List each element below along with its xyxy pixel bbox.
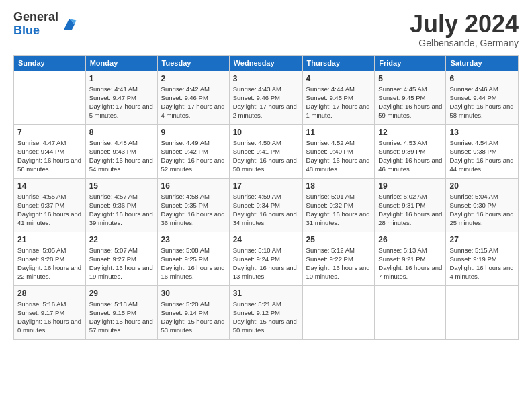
- day-number: 17: [233, 181, 299, 191]
- calendar-cell: [14, 71, 86, 124]
- day-info: Sunrise: 4:55 AM Sunset: 9:37 PM Dayligh…: [17, 192, 82, 228]
- day-number: 4: [306, 74, 371, 83]
- day-number: 27: [449, 235, 515, 244]
- day-info: Sunrise: 4:52 AM Sunset: 9:40 PM Dayligh…: [306, 138, 371, 174]
- day-info: Sunrise: 4:46 AM Sunset: 9:44 PM Dayligh…: [449, 85, 515, 120]
- day-info: Sunrise: 4:50 AM Sunset: 9:41 PM Dayligh…: [233, 138, 299, 174]
- calendar-cell: [302, 285, 375, 339]
- calendar-cell: 24Sunrise: 5:10 AM Sunset: 9:24 PM Dayli…: [229, 232, 302, 285]
- calendar-cell: 9Sunrise: 4:49 AM Sunset: 9:42 PM Daylig…: [157, 124, 229, 178]
- calendar-cell: 17Sunrise: 4:59 AM Sunset: 9:34 PM Dayli…: [229, 178, 302, 232]
- calendar-cell: [446, 285, 519, 339]
- day-number: 6: [449, 74, 515, 83]
- header-tuesday: Tuesday: [157, 55, 229, 71]
- calendar-table: Sunday Monday Tuesday Wednesday Thursday…: [13, 55, 519, 340]
- day-number: 7: [17, 128, 82, 137]
- calendar-cell: 30Sunrise: 5:20 AM Sunset: 9:14 PM Dayli…: [157, 285, 229, 339]
- day-number: 26: [378, 235, 442, 244]
- day-number: 10: [233, 128, 299, 137]
- logo-general: General: [13, 11, 58, 24]
- calendar-cell: 25Sunrise: 5:12 AM Sunset: 9:22 PM Dayli…: [302, 232, 375, 285]
- day-number: 31: [233, 289, 299, 298]
- day-number: 21: [17, 235, 82, 244]
- day-info: Sunrise: 4:41 AM Sunset: 9:47 PM Dayligh…: [89, 85, 154, 120]
- week-row-1: 7Sunrise: 4:47 AM Sunset: 9:44 PM Daylig…: [14, 124, 519, 178]
- day-info: Sunrise: 5:02 AM Sunset: 9:31 PM Dayligh…: [378, 192, 442, 228]
- calendar-cell: 11Sunrise: 4:52 AM Sunset: 9:40 PM Dayli…: [302, 124, 375, 178]
- day-number: 28: [17, 289, 82, 298]
- header-sunday: Sunday: [14, 55, 86, 71]
- calendar-cell: 3Sunrise: 4:43 AM Sunset: 9:46 PM Daylig…: [229, 71, 302, 124]
- calendar-cell: 27Sunrise: 5:15 AM Sunset: 9:19 PM Dayli…: [446, 232, 519, 285]
- calendar-header: Sunday Monday Tuesday Wednesday Thursday…: [14, 55, 519, 71]
- calendar-cell: 7Sunrise: 4:47 AM Sunset: 9:44 PM Daylig…: [14, 124, 86, 178]
- day-info: Sunrise: 5:18 AM Sunset: 9:15 PM Dayligh…: [89, 300, 154, 335]
- calendar-cell: 4Sunrise: 4:44 AM Sunset: 9:45 PM Daylig…: [302, 71, 375, 124]
- day-info: Sunrise: 4:47 AM Sunset: 9:44 PM Dayligh…: [17, 138, 82, 174]
- calendar-cell: 15Sunrise: 4:57 AM Sunset: 9:36 PM Dayli…: [85, 178, 157, 232]
- day-number: 16: [161, 181, 226, 191]
- day-info: Sunrise: 4:57 AM Sunset: 9:36 PM Dayligh…: [89, 192, 154, 228]
- day-number: 29: [89, 289, 154, 298]
- day-info: Sunrise: 4:58 AM Sunset: 9:35 PM Dayligh…: [161, 192, 226, 228]
- day-number: 20: [449, 181, 515, 191]
- day-number: 1: [89, 74, 154, 83]
- day-info: Sunrise: 4:42 AM Sunset: 9:46 PM Dayligh…: [161, 85, 226, 120]
- day-info: Sunrise: 4:54 AM Sunset: 9:38 PM Dayligh…: [449, 138, 515, 174]
- header: General Blue July 2024 Gelbensande, Germ…: [13, 11, 519, 48]
- calendar-cell: [375, 285, 446, 339]
- calendar-cell: 12Sunrise: 4:53 AM Sunset: 9:39 PM Dayli…: [375, 124, 446, 178]
- calendar-cell: 10Sunrise: 4:50 AM Sunset: 9:41 PM Dayli…: [229, 124, 302, 178]
- day-number: 13: [449, 128, 515, 137]
- day-info: Sunrise: 5:15 AM Sunset: 9:19 PM Dayligh…: [449, 246, 515, 281]
- day-info: Sunrise: 5:10 AM Sunset: 9:24 PM Dayligh…: [233, 246, 299, 281]
- day-info: Sunrise: 5:20 AM Sunset: 9:14 PM Dayligh…: [161, 300, 226, 335]
- day-number: 3: [233, 74, 299, 83]
- calendar-body: 1Sunrise: 4:41 AM Sunset: 9:47 PM Daylig…: [14, 71, 519, 339]
- calendar-cell: 21Sunrise: 5:05 AM Sunset: 9:28 PM Dayli…: [14, 232, 86, 285]
- day-info: Sunrise: 4:43 AM Sunset: 9:46 PM Dayligh…: [233, 85, 299, 120]
- header-row: Sunday Monday Tuesday Wednesday Thursday…: [14, 55, 519, 71]
- day-info: Sunrise: 4:45 AM Sunset: 9:45 PM Dayligh…: [378, 85, 442, 120]
- day-info: Sunrise: 4:49 AM Sunset: 9:42 PM Dayligh…: [161, 138, 226, 174]
- calendar-cell: 13Sunrise: 4:54 AM Sunset: 9:38 PM Dayli…: [446, 124, 519, 178]
- header-thursday: Thursday: [302, 55, 375, 71]
- day-number: 9: [161, 128, 226, 137]
- week-row-4: 28Sunrise: 5:16 AM Sunset: 9:17 PM Dayli…: [14, 285, 519, 339]
- day-info: Sunrise: 5:16 AM Sunset: 9:17 PM Dayligh…: [17, 300, 82, 335]
- day-info: Sunrise: 5:05 AM Sunset: 9:28 PM Dayligh…: [17, 246, 82, 281]
- calendar-cell: 8Sunrise: 4:48 AM Sunset: 9:43 PM Daylig…: [85, 124, 157, 178]
- calendar-cell: 2Sunrise: 4:42 AM Sunset: 9:46 PM Daylig…: [157, 71, 229, 124]
- header-wednesday: Wednesday: [229, 55, 302, 71]
- day-info: Sunrise: 5:21 AM Sunset: 9:12 PM Dayligh…: [233, 300, 299, 335]
- day-info: Sunrise: 5:08 AM Sunset: 9:25 PM Dayligh…: [161, 246, 226, 281]
- day-number: 24: [233, 235, 299, 244]
- day-info: Sunrise: 5:07 AM Sunset: 9:27 PM Dayligh…: [89, 246, 154, 281]
- day-info: Sunrise: 5:01 AM Sunset: 9:32 PM Dayligh…: [306, 192, 371, 228]
- day-number: 18: [306, 181, 371, 191]
- day-info: Sunrise: 4:59 AM Sunset: 9:34 PM Dayligh…: [233, 192, 299, 228]
- day-info: Sunrise: 5:13 AM Sunset: 9:21 PM Dayligh…: [378, 246, 442, 281]
- day-number: 23: [161, 235, 226, 244]
- page: General Blue July 2024 Gelbensande, Germ…: [0, 0, 532, 411]
- logo: General Blue: [13, 11, 77, 38]
- week-row-3: 21Sunrise: 5:05 AM Sunset: 9:28 PM Dayli…: [14, 232, 519, 285]
- calendar-cell: 28Sunrise: 5:16 AM Sunset: 9:17 PM Dayli…: [14, 285, 86, 339]
- calendar-cell: 23Sunrise: 5:08 AM Sunset: 9:25 PM Dayli…: [157, 232, 229, 285]
- location: Gelbensande, Germany: [410, 38, 519, 48]
- calendar-cell: 6Sunrise: 4:46 AM Sunset: 9:44 PM Daylig…: [446, 71, 519, 124]
- week-row-2: 14Sunrise: 4:55 AM Sunset: 9:37 PM Dayli…: [14, 178, 519, 232]
- calendar-cell: 31Sunrise: 5:21 AM Sunset: 9:12 PM Dayli…: [229, 285, 302, 339]
- day-info: Sunrise: 5:12 AM Sunset: 9:22 PM Dayligh…: [306, 246, 371, 281]
- day-number: 19: [378, 181, 442, 191]
- day-info: Sunrise: 4:48 AM Sunset: 9:43 PM Dayligh…: [89, 138, 154, 174]
- day-info: Sunrise: 5:04 AM Sunset: 9:30 PM Dayligh…: [449, 192, 515, 228]
- logo-blue: Blue: [13, 24, 58, 38]
- calendar-cell: 14Sunrise: 4:55 AM Sunset: 9:37 PM Dayli…: [14, 178, 86, 232]
- day-number: 30: [161, 289, 226, 298]
- day-number: 5: [378, 74, 442, 83]
- day-number: 8: [89, 128, 154, 137]
- day-number: 11: [306, 128, 371, 137]
- calendar-cell: 22Sunrise: 5:07 AM Sunset: 9:27 PM Dayli…: [85, 232, 157, 285]
- calendar-cell: 19Sunrise: 5:02 AM Sunset: 9:31 PM Dayli…: [375, 178, 446, 232]
